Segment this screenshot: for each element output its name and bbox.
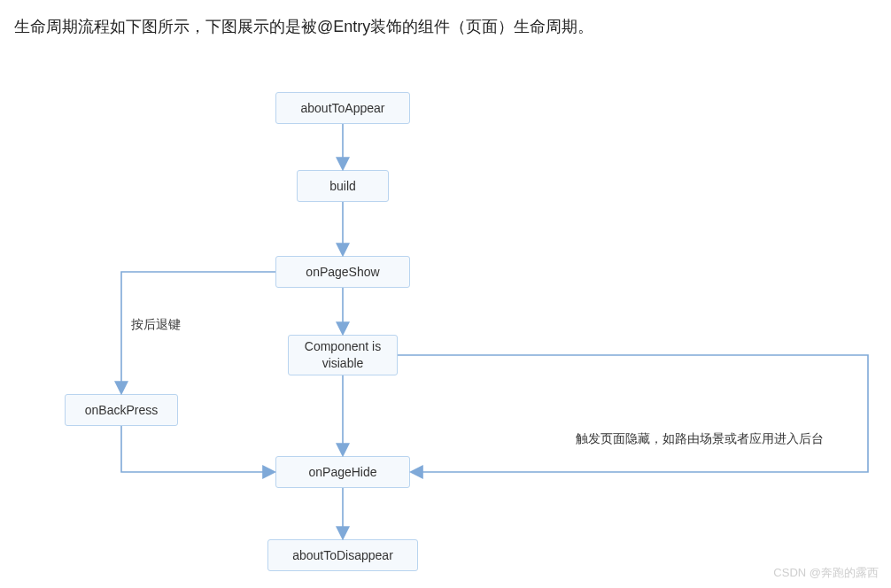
- node-aboutToDisappear: aboutToDisappear: [267, 539, 418, 571]
- node-componentVisible: Component is visiable: [288, 335, 398, 375]
- node-aboutToAppear: aboutToAppear: [275, 92, 410, 124]
- node-onPageHide: onPageHide: [275, 456, 410, 488]
- label-trigger-hide: 触发页面隐藏，如路由场景或者应用进入后台: [576, 431, 824, 447]
- watermark: CSDN @奔跑的露西: [773, 565, 879, 581]
- diagram-edges: [0, 0, 891, 588]
- node-onBackPress: onBackPress: [65, 394, 178, 426]
- label-back-key: 按后退键: [131, 317, 181, 333]
- description-text: 生命周期流程如下图所示，下图展示的是被@Entry装饰的组件（页面）生命周期。: [14, 16, 593, 37]
- node-onPageShow: onPageShow: [275, 256, 410, 288]
- node-build: build: [297, 170, 389, 202]
